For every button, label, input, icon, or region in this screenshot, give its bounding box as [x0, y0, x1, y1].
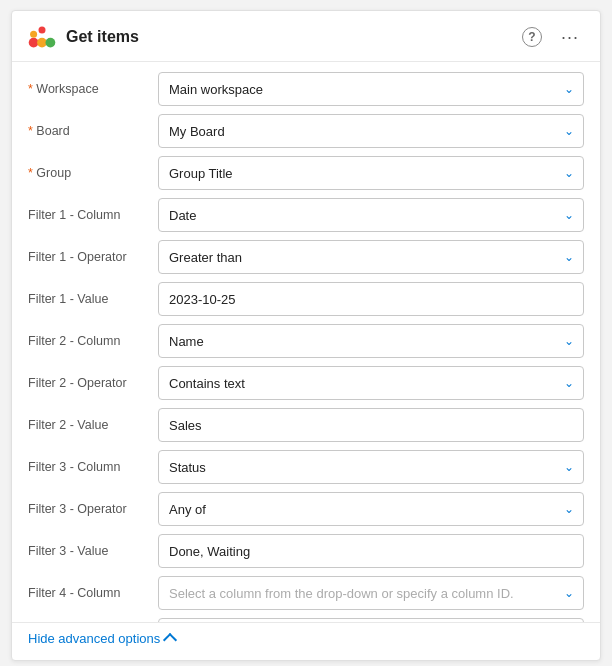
- filter4-operator-select[interactable]: Select an operator from the drop-down.: [158, 618, 584, 622]
- filter4-column-label: Filter 4 - Column: [28, 586, 158, 600]
- filter1-column-field-wrap: Date ⌄: [158, 198, 584, 232]
- filter2-value-input[interactable]: [158, 408, 584, 442]
- filter2-value-label: Filter 2 - Value: [28, 418, 158, 432]
- filter3-column-label: Filter 3 - Column: [28, 460, 158, 474]
- chevron-up-icon: [163, 633, 177, 647]
- filter1-value-input[interactable]: [158, 282, 584, 316]
- group-row: Group Group Title ⌄: [28, 156, 584, 190]
- filter4-operator-select-wrapper: Select an operator from the drop-down. ⌄: [158, 618, 584, 622]
- filter4-column-select-wrapper: Select a column from the drop-down or sp…: [158, 576, 584, 610]
- hide-advanced-label: Hide advanced options: [28, 631, 160, 646]
- filter4-operator-field-wrap: Select an operator from the drop-down. ⌄: [158, 618, 584, 622]
- workspace-row: Workspace Main workspace ⌄: [28, 72, 584, 106]
- filter3-column-field-wrap: Status ⌄: [158, 450, 584, 484]
- svg-point-0: [29, 38, 39, 48]
- filter4-column-field-wrap: Select a column from the drop-down or sp…: [158, 576, 584, 610]
- svg-point-3: [30, 31, 37, 38]
- filter3-value-input[interactable]: [158, 534, 584, 568]
- header-left: Get items: [28, 23, 139, 51]
- app-logo: [28, 23, 56, 51]
- filter1-operator-row: Filter 1 - Operator Greater than ⌄: [28, 240, 584, 274]
- filter4-column-select[interactable]: Select a column from the drop-down or sp…: [158, 576, 584, 610]
- filter3-value-label: Filter 3 - Value: [28, 544, 158, 558]
- filter2-column-select-wrapper: Name ⌄: [158, 324, 584, 358]
- filter2-column-label: Filter 2 - Column: [28, 334, 158, 348]
- filter2-column-row: Filter 2 - Column Name ⌄: [28, 324, 584, 358]
- svg-point-2: [46, 38, 56, 48]
- filter3-value-row: Filter 3 - Value: [28, 534, 584, 568]
- filter1-value-row: Filter 1 - Value: [28, 282, 584, 316]
- filter2-operator-field-wrap: Contains text ⌄: [158, 366, 584, 400]
- group-select-wrapper: Group Title ⌄: [158, 156, 584, 190]
- help-button[interactable]: ?: [518, 23, 546, 51]
- group-select[interactable]: Group Title: [158, 156, 584, 190]
- board-row: Board My Board ⌄: [28, 114, 584, 148]
- filter3-operator-label: Filter 3 - Operator: [28, 502, 158, 516]
- workspace-select-wrapper: Main workspace ⌄: [158, 72, 584, 106]
- card-footer: Hide advanced options: [12, 622, 600, 660]
- filter4-column-row: Filter 4 - Column Select a column from t…: [28, 576, 584, 610]
- more-icon: ···: [561, 27, 579, 48]
- filter3-operator-field-wrap: Any of ⌄: [158, 492, 584, 526]
- get-items-card: Get items ? ··· Workspace Main workspace…: [11, 10, 601, 661]
- filter2-value-field-wrap: [158, 408, 584, 442]
- filter1-column-row: Filter 1 - Column Date ⌄: [28, 198, 584, 232]
- board-field-wrap: My Board ⌄: [158, 114, 584, 148]
- filter1-operator-label: Filter 1 - Operator: [28, 250, 158, 264]
- filter3-operator-select[interactable]: Any of: [158, 492, 584, 526]
- svg-point-1: [37, 38, 47, 48]
- filter3-operator-row: Filter 3 - Operator Any of ⌄: [28, 492, 584, 526]
- filter2-column-select[interactable]: Name: [158, 324, 584, 358]
- workspace-field-wrap: Main workspace ⌄: [158, 72, 584, 106]
- group-label: Group: [28, 166, 158, 180]
- board-select-wrapper: My Board ⌄: [158, 114, 584, 148]
- filter3-column-select[interactable]: Status: [158, 450, 584, 484]
- filter1-operator-select-wrapper: Greater than ⌄: [158, 240, 584, 274]
- filter3-column-select-wrapper: Status ⌄: [158, 450, 584, 484]
- filter2-operator-label: Filter 2 - Operator: [28, 376, 158, 390]
- group-field-wrap: Group Title ⌄: [158, 156, 584, 190]
- form-content: Workspace Main workspace ⌄ Board My Boar…: [12, 62, 600, 622]
- card-header: Get items ? ···: [12, 11, 600, 62]
- filter1-column-select[interactable]: Date: [158, 198, 584, 232]
- header-right: ? ···: [518, 23, 584, 51]
- filter2-column-field-wrap: Name ⌄: [158, 324, 584, 358]
- filter3-value-field-wrap: [158, 534, 584, 568]
- more-button[interactable]: ···: [556, 23, 584, 51]
- filter3-operator-select-wrapper: Any of ⌄: [158, 492, 584, 526]
- filter1-value-field-wrap: [158, 282, 584, 316]
- svg-point-4: [39, 27, 46, 34]
- filter3-column-row: Filter 3 - Column Status ⌄: [28, 450, 584, 484]
- filter1-operator-field-wrap: Greater than ⌄: [158, 240, 584, 274]
- filter1-operator-select[interactable]: Greater than: [158, 240, 584, 274]
- workspace-select[interactable]: Main workspace: [158, 72, 584, 106]
- page-title: Get items: [66, 28, 139, 46]
- filter2-operator-select[interactable]: Contains text: [158, 366, 584, 400]
- filter2-operator-select-wrapper: Contains text ⌄: [158, 366, 584, 400]
- filter1-value-label: Filter 1 - Value: [28, 292, 158, 306]
- filter1-column-select-wrapper: Date ⌄: [158, 198, 584, 232]
- board-label: Board: [28, 124, 158, 138]
- workspace-label: Workspace: [28, 82, 158, 96]
- help-icon: ?: [522, 27, 542, 47]
- board-select[interactable]: My Board: [158, 114, 584, 148]
- filter1-column-label: Filter 1 - Column: [28, 208, 158, 222]
- filter2-value-row: Filter 2 - Value: [28, 408, 584, 442]
- filter2-operator-row: Filter 2 - Operator Contains text ⌄: [28, 366, 584, 400]
- hide-advanced-button[interactable]: Hide advanced options: [28, 631, 175, 646]
